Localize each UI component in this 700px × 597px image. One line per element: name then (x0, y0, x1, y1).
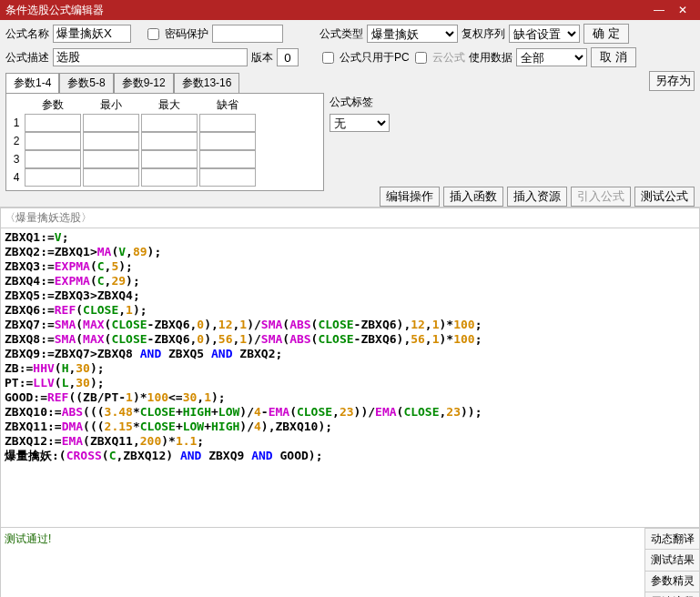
bottom-panel: 测试通过! 动态翻译 测试结果 参数精灵 用法注释 (0, 528, 700, 597)
param-row-1: 1 (10, 114, 23, 132)
usedata-select[interactable]: 全部 (516, 48, 587, 66)
test-button[interactable]: 测试公式 (634, 187, 695, 207)
param-cell[interactable] (83, 168, 139, 187)
close-icon[interactable]: ✕ (671, 4, 695, 16)
saveas-button[interactable]: 另存为 (649, 71, 695, 91)
name-field[interactable] (53, 25, 131, 43)
tag-select[interactable]: 无 (330, 114, 390, 132)
insres-button[interactable]: 插入资源 (507, 187, 567, 207)
sidetab-paramwiz[interactable]: 参数精灵 (644, 571, 699, 592)
param-cell[interactable] (199, 168, 256, 187)
tab-params-1-4[interactable]: 参数1-4 (5, 73, 59, 93)
param-hdr-min: 最小 (83, 97, 139, 114)
label-name: 公式名称 (5, 26, 49, 42)
param-cell[interactable] (25, 132, 81, 150)
param-row-3: 3 (10, 150, 23, 168)
param-row-2: 2 (10, 132, 23, 150)
tab-params-9-12[interactable]: 参数9-12 (114, 73, 174, 93)
toolbar: 公式名称 密码保护 公式类型 爆量擒妖 复权序列 缺省设置 确 定 公式描述 版… (0, 20, 700, 207)
label-cloud: 云公式 (432, 50, 465, 66)
pconly-checkbox[interactable] (322, 52, 334, 64)
param-cell[interactable] (83, 150, 139, 168)
param-cell[interactable] (199, 114, 256, 132)
titlebar: 条件选股公式编辑器 — ✕ (0, 0, 700, 20)
editop-button[interactable]: 编辑操作 (380, 187, 440, 207)
seq-select[interactable]: 缺省设置 (509, 25, 580, 43)
param-hdr-name: 参数 (25, 97, 81, 114)
param-cell[interactable] (25, 150, 81, 168)
params-panel: 1 2 3 4 参数 最小 最大 缺省 (5, 94, 324, 191)
label-type: 公式类型 (320, 26, 363, 42)
label-pconly: 公式只用于PC (340, 50, 410, 66)
param-cell[interactable] (141, 168, 198, 187)
param-cell[interactable] (141, 114, 198, 132)
sidetab-translate[interactable]: 动态翻译 (644, 528, 699, 549)
label-seq: 复权序列 (462, 26, 505, 42)
insfn-button[interactable]: 插入函数 (443, 187, 503, 207)
param-hdr-def: 缺省 (199, 97, 256, 114)
pwd-checkbox[interactable] (147, 28, 159, 40)
label-pwd: 密码保护 (165, 26, 208, 42)
sidetab-usage[interactable]: 用法注释 (644, 592, 699, 597)
param-hdr-max: 最大 (141, 97, 198, 114)
desc-field[interactable] (53, 48, 248, 66)
label-desc: 公式描述 (5, 50, 49, 66)
ok-button[interactable]: 确 定 (583, 24, 629, 44)
param-cell[interactable] (199, 132, 256, 150)
pwd-field[interactable] (212, 25, 283, 43)
refform-button[interactable]: 引入公式 (571, 187, 631, 207)
param-cell[interactable] (141, 132, 198, 150)
label-ver: 版本 (251, 50, 273, 66)
tab-params-5-8[interactable]: 参数5-8 (59, 73, 113, 93)
ver-field[interactable] (277, 48, 299, 66)
tab-params-13-16[interactable]: 参数13-16 (174, 73, 240, 93)
cloud-checkbox[interactable] (415, 52, 427, 64)
param-cell[interactable] (83, 132, 139, 150)
code-editor[interactable]: ZBXQ1:=V; ZBXQ2:=ZBXQ1>MA(V,89); ZBXQ3:=… (0, 228, 700, 528)
window-title: 条件选股公式编辑器 (5, 3, 647, 18)
sidetab-testresult[interactable]: 测试结果 (644, 549, 699, 570)
label-tag: 公式标签 (330, 95, 373, 110)
param-cell[interactable] (199, 150, 256, 168)
param-tabs: 参数1-4 参数5-8 参数9-12 参数13-16 (5, 73, 324, 94)
param-cell[interactable] (25, 168, 81, 187)
code-title: 〈爆量擒妖选股〉 (0, 207, 700, 228)
param-row-4: 4 (10, 168, 23, 187)
status-text: 测试通过! (1, 528, 644, 597)
param-cell[interactable] (83, 114, 139, 132)
label-usedata: 使用数据 (469, 50, 512, 66)
param-cell[interactable] (25, 114, 81, 132)
minimize-icon[interactable]: — (647, 4, 671, 16)
cancel-button[interactable]: 取 消 (591, 47, 636, 67)
type-select[interactable]: 爆量擒妖 (367, 25, 458, 43)
param-cell[interactable] (141, 150, 198, 168)
